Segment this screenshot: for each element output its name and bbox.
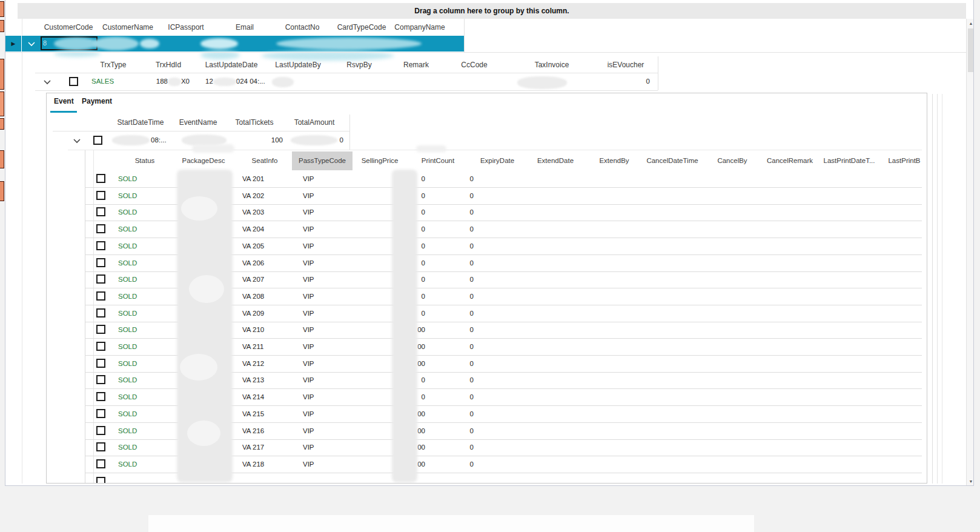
column-header-lastupdateby[interactable]: LastUpdateBy bbox=[275, 56, 320, 73]
column-header-contactno[interactable]: ContactNo bbox=[285, 19, 320, 36]
vertical-scrollbar[interactable]: ▲ ▼ bbox=[966, 19, 974, 486]
column-header-totalamount[interactable]: TotalAmount bbox=[294, 115, 335, 131]
expand-chevron-icon[interactable] bbox=[27, 41, 36, 47]
column-header-totaltickets[interactable]: TotalTickets bbox=[236, 115, 274, 131]
column-header-isevoucher[interactable]: isEVoucher bbox=[608, 56, 644, 73]
column-header-lastprintdate[interactable]: LastPrintDateT... bbox=[823, 151, 875, 170]
column-header-cancelremark[interactable]: CancelRemark bbox=[767, 151, 813, 170]
seatinfo-value: VA 209 bbox=[242, 310, 264, 317]
column-header-rsvpby[interactable]: RsvpBy bbox=[346, 56, 371, 73]
column-header-companyname[interactable]: CompanyName bbox=[394, 19, 445, 36]
row-checkbox[interactable] bbox=[96, 207, 105, 216]
column-header-sellingprice[interactable]: SellingPrice bbox=[362, 151, 399, 170]
column-header-icpassport[interactable]: ICPassport bbox=[168, 19, 204, 36]
status-value: SOLD bbox=[118, 242, 137, 250]
seatinfo-value: VA 218 bbox=[242, 461, 264, 468]
passtypecode-value: VIP bbox=[303, 343, 314, 350]
status-value: SOLD bbox=[118, 360, 137, 367]
expand-chevron-icon[interactable] bbox=[73, 138, 81, 144]
row-checkbox[interactable] bbox=[69, 77, 78, 86]
column-header-status[interactable]: Status bbox=[135, 151, 155, 170]
row-checkbox[interactable] bbox=[96, 174, 105, 183]
seatinfo-value: VA 204 bbox=[242, 225, 264, 233]
column-header-extendby[interactable]: ExtendBy bbox=[599, 151, 629, 170]
row-checkbox[interactable] bbox=[96, 442, 105, 451]
row-checkbox[interactable] bbox=[96, 459, 105, 468]
printcount-value: 0 bbox=[443, 376, 474, 384]
column-header-cccode[interactable]: CcCode bbox=[461, 56, 487, 73]
column-header-cancelby[interactable]: CancelBy bbox=[717, 151, 747, 170]
status-value: SOLD bbox=[118, 444, 137, 451]
column-header-passtypecode[interactable]: PassTypeCode bbox=[299, 151, 346, 170]
tab-payment[interactable]: Payment bbox=[82, 97, 112, 111]
lastupdatedate-value: 12024 04:... bbox=[205, 78, 265, 86]
row-checkbox[interactable] bbox=[96, 224, 105, 233]
expand-chevron-icon[interactable] bbox=[43, 79, 51, 85]
seatinfo-value: VA 212 bbox=[242, 360, 264, 367]
passtypecode-value: VIP bbox=[303, 326, 314, 333]
row-checkbox[interactable] bbox=[96, 375, 105, 384]
column-header-startdatetime[interactable]: StartDateTime bbox=[118, 115, 164, 131]
column-header-trxhdid[interactable]: TrxHdId bbox=[156, 56, 181, 73]
column-header-seatinfo[interactable]: SeatInfo bbox=[252, 151, 278, 170]
column-header-customername[interactable]: CustomerName bbox=[102, 19, 153, 36]
row-checkbox[interactable] bbox=[96, 291, 105, 301]
passtypecode-value: VIP bbox=[303, 276, 314, 283]
passtypecode-value: VIP bbox=[303, 393, 314, 401]
column-header-expirydate[interactable]: ExpiryDate bbox=[480, 151, 514, 170]
printcount-value: 0 bbox=[443, 293, 474, 300]
customer-row-selected[interactable]: ▶ 8 5 bbox=[5, 36, 464, 52]
column-header-eventname[interactable]: EventName bbox=[179, 115, 217, 131]
row-checkbox[interactable] bbox=[96, 308, 105, 318]
status-value: SOLD bbox=[118, 276, 137, 283]
row-checkbox[interactable] bbox=[96, 191, 105, 200]
status-value: SOLD bbox=[118, 393, 137, 401]
row-checkbox[interactable] bbox=[96, 409, 105, 418]
row-checkbox[interactable] bbox=[96, 241, 105, 250]
column-header-lastupdatedate[interactable]: LastUpdateDate bbox=[205, 56, 258, 73]
column-header-lastprintby[interactable]: LastPrintB bbox=[888, 151, 920, 170]
passtypecode-value: VIP bbox=[303, 192, 314, 199]
seatinfo-value: VA 211 bbox=[242, 343, 263, 350]
column-header-printcount[interactable]: PrintCount bbox=[422, 151, 454, 170]
passtypecode-value: VIP bbox=[303, 427, 314, 434]
background-window-edge bbox=[0, 1, 4, 17]
column-header-trxtype[interactable]: TrxType bbox=[101, 56, 127, 73]
row-checkbox[interactable] bbox=[96, 274, 105, 284]
seatinfo-value: VA 217 bbox=[242, 444, 264, 451]
column-header-canceldatetime[interactable]: CancelDateTime bbox=[646, 151, 698, 170]
redaction-blur bbox=[93, 37, 139, 50]
row-checkbox[interactable] bbox=[96, 426, 105, 435]
status-value: SOLD bbox=[118, 461, 137, 468]
row-checkbox[interactable] bbox=[96, 392, 105, 401]
divider bbox=[932, 94, 933, 484]
divider bbox=[937, 94, 938, 484]
tab-event[interactable]: Event bbox=[54, 97, 74, 111]
row-checkbox[interactable] bbox=[96, 359, 105, 368]
column-header-cardtypecode[interactable]: CardTypeCode bbox=[337, 19, 386, 36]
divider bbox=[35, 73, 658, 73]
column-header-customercode[interactable]: CustomerCode bbox=[44, 19, 93, 36]
group-by-panel[interactable]: Drag a column here to group by this colu… bbox=[18, 3, 966, 19]
row-checkbox[interactable] bbox=[96, 325, 105, 334]
scrollbar-thumb[interactable] bbox=[968, 28, 974, 72]
scroll-down-icon[interactable]: ▼ bbox=[967, 479, 974, 484]
column-header-remark[interactable]: Remark bbox=[403, 56, 429, 73]
printcount-value: 0 bbox=[443, 242, 474, 250]
seatinfo-value: VA 202 bbox=[242, 192, 264, 199]
trxtype-value: SALES bbox=[91, 78, 114, 85]
redaction-blur bbox=[392, 170, 417, 482]
column-header-email[interactable]: Email bbox=[236, 19, 254, 36]
background-window-edge bbox=[0, 181, 4, 201]
detail-tab-panel: Event Payment StartDateTime EventName To… bbox=[46, 93, 927, 484]
row-checkbox[interactable] bbox=[96, 477, 105, 484]
scroll-up-icon[interactable]: ▲ bbox=[967, 21, 974, 25]
row-checkbox[interactable] bbox=[93, 136, 102, 145]
row-indicator-cell: ▶ bbox=[5, 36, 22, 52]
row-checkbox[interactable] bbox=[96, 342, 105, 351]
column-header-packagedesc[interactable]: PackageDesc bbox=[182, 151, 225, 170]
column-header-taxinvoice[interactable]: TaxInvoice bbox=[535, 56, 569, 73]
column-header-extenddate[interactable]: ExtendDate bbox=[537, 151, 574, 170]
background-window-edge bbox=[0, 91, 4, 116]
row-checkbox[interactable] bbox=[96, 258, 105, 267]
